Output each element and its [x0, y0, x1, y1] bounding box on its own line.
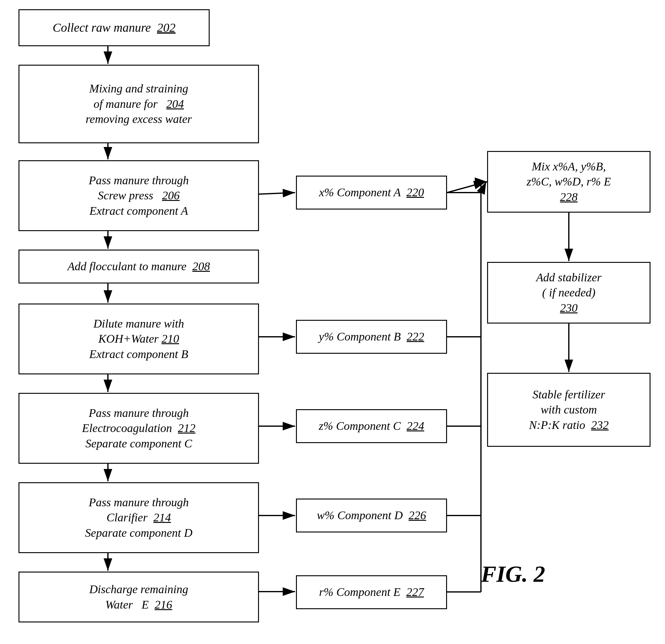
box-stable: Stable fertilizerwith customN:P:K ratio …: [487, 373, 650, 447]
box-compC: z% Component C 224: [296, 409, 447, 443]
box-compC-text: z% Component C 224: [319, 418, 424, 433]
box-stable-text: Stable fertilizerwith customN:P:K ratio …: [529, 387, 609, 433]
box-compE-text: r% Component E 227: [319, 585, 424, 600]
box-collect: Collect raw manure 202: [19, 9, 210, 46]
box-clarifier: Pass manure throughClarifier 214Separate…: [19, 482, 259, 553]
box-collect-text: Collect raw manure 202: [53, 20, 176, 36]
box-compD: w% Component D 226: [296, 499, 447, 532]
box-discharge: Discharge remainingWater E 216: [19, 571, 259, 622]
box-mix-text: Mix x%A, y%B,z%C, w%D, r% E228: [527, 159, 611, 204]
box-mixing: Mixing and strainingof manure for 204rem…: [19, 65, 259, 143]
box-screw-text: Pass manure throughScrew press 206Extrac…: [89, 173, 189, 218]
svg-line-25: [481, 182, 486, 193]
box-screw: Pass manure throughScrew press 206Extrac…: [19, 160, 259, 231]
diagram: Collect raw manure 202 Mixing and strain…: [0, 0, 665, 644]
box-stabilizer: Add stabilizer( if needed)230: [487, 262, 650, 324]
box-dilute-text: Dilute manure withKOH+Water 210Extract c…: [90, 316, 188, 362]
box-stabilizer-text: Add stabilizer( if needed)230: [536, 270, 602, 315]
svg-line-27: [481, 182, 486, 262]
box-compA-text: x% Component A 220: [319, 185, 424, 200]
box-electro: Pass manure throughElectrocoagulation 21…: [19, 393, 259, 464]
box-electro-text: Pass manure throughElectrocoagulation 21…: [82, 406, 195, 451]
box-compB: y% Component B 222: [296, 320, 447, 354]
box-mix: Mix x%A, y%B,z%C, w%D, r% E228: [487, 151, 650, 213]
box-compA: x% Component A 220: [296, 176, 447, 210]
box-compD-text: w% Component D 226: [317, 508, 426, 523]
box-mixing-text: Mixing and strainingof manure for 204rem…: [86, 81, 192, 126]
fig-label: FIG. 2: [481, 561, 545, 587]
box-flocculant: Add flocculant to manure 208: [19, 250, 259, 284]
svg-line-13: [447, 182, 486, 193]
box-flocculant-text: Add flocculant to manure 208: [68, 259, 210, 274]
box-discharge-text: Discharge remainingWater E 216: [89, 582, 188, 612]
box-compB-text: y% Component B 222: [319, 329, 424, 344]
box-compE: r% Component E 227: [296, 575, 447, 609]
box-dilute: Dilute manure withKOH+Water 210Extract c…: [19, 304, 259, 374]
svg-line-8: [259, 193, 295, 194]
box-clarifier-text: Pass manure throughClarifier 214Separate…: [85, 495, 192, 541]
